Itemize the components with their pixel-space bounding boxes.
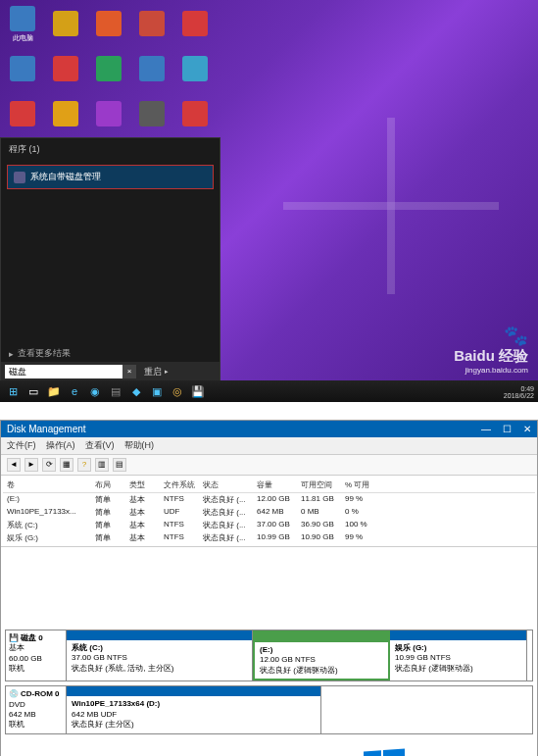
volume-list: 卷布局类型文件系统状态容量可用空间% 可用 (E:)简单基本NTFS状态良好 (… [1, 476, 537, 547]
partition[interactable]: 系统 (C:)37.00 GB NTFS状态良好 (系统, 活动, 主分区) [67, 630, 253, 680]
refresh-button[interactable]: ⟳ [42, 458, 56, 472]
menu-item[interactable]: 帮助(H) [124, 440, 155, 450]
desktop-icon[interactable] [48, 50, 83, 89]
app-icon-2[interactable]: ◆ [127, 383, 145, 399]
desktop-icon[interactable] [91, 5, 126, 44]
desktop-icon[interactable] [134, 5, 170, 44]
cdrom-type: DVD [9, 700, 63, 710]
column-header[interactable]: 卷 [7, 479, 95, 490]
cd-icon: 💿 [9, 689, 19, 699]
tray-time: 0:49 [504, 385, 534, 392]
panel-header: 程序 (1) [1, 138, 220, 161]
view-button[interactable]: ▥ [95, 458, 109, 472]
menu-item[interactable]: 操作(A) [46, 440, 75, 450]
search-result-item[interactable]: 系统自带磁盘管理 [7, 165, 214, 189]
folder-icon[interactable]: 📁 [45, 383, 63, 399]
desktop-icon[interactable] [5, 95, 40, 134]
disk-management-window: Disk Management — ☐ ✕ 文件(F)操作(A)查看(V)帮助(… [0, 420, 538, 756]
shutdown-label: 重启 [144, 366, 162, 378]
wallpaper-graphic [283, 118, 499, 294]
desktop-icon[interactable] [177, 5, 213, 44]
back-button[interactable]: ◄ [7, 458, 21, 472]
app-icon[interactable]: ▤ [107, 383, 124, 399]
column-header[interactable]: 类型 [129, 479, 164, 490]
column-header[interactable]: 可用空间 [301, 479, 345, 490]
toolbar: ◄ ► ⟳ ▦ ? ▥ ▤ [1, 455, 537, 476]
column-header[interactable]: % 可用 [345, 479, 379, 490]
table-row[interactable]: 系统 (C:)简单基本NTFS状态良好 (...37.00 GB36.90 GB… [3, 519, 535, 531]
part-size: 642 MB UDF [72, 710, 117, 719]
minimize-icon[interactable]: — [481, 424, 491, 434]
cdrom-name: CD-ROM 0 [21, 689, 60, 699]
taskbar: ⊞ ▭ 📁 e ◉ ▤ ◆ ▣ ◎ 💾 [0, 380, 538, 402]
search-arrow-icon: ▸ [9, 349, 14, 359]
partition[interactable]: Win10PE_17133x64 (D:) 642 MB UDF 状态良好 (主… [67, 686, 321, 733]
app-icon-4[interactable]: ◎ [169, 383, 186, 399]
partition[interactable]: (E:)12.00 GB NTFS状态良好 (逻辑驱动器) [253, 630, 390, 680]
desktop-icon[interactable] [5, 50, 40, 89]
disk-icon: 💾 [9, 633, 19, 643]
help-button[interactable]: ? [77, 458, 91, 472]
part-status: 状态良好 (主分区) [72, 720, 134, 729]
clear-icon[interactable]: × [122, 365, 136, 378]
view2-button[interactable]: ▤ [113, 458, 126, 472]
search-input[interactable] [5, 365, 122, 378]
disk-status: 联机 [9, 664, 63, 674]
window-title: Disk Management [7, 424, 86, 434]
desktop-icon[interactable] [91, 50, 126, 89]
shutdown-button[interactable]: 重启 ▸ [144, 366, 169, 378]
desktop-icon[interactable] [48, 5, 83, 44]
props-button[interactable]: ▦ [60, 458, 73, 472]
more-results-label: 查看更多结果 [18, 347, 71, 360]
partition[interactable]: 娱乐 (G:)10.99 GB NTFS状态良好 (逻辑驱动器) [390, 630, 527, 680]
close-icon[interactable]: ✕ [523, 424, 531, 434]
table-row[interactable]: Win10PE_17133x...简单基本UDF状态良好 (...642 MB0… [3, 506, 535, 519]
disk-icon [14, 172, 25, 183]
cdrom-label[interactable]: 💿CD-ROM 0 DVD 642 MB 联机 [6, 686, 67, 733]
taskview-icon[interactable]: ▭ [24, 383, 42, 399]
paw-icon: 🐾 [504, 325, 528, 346]
column-header[interactable]: 状态 [203, 479, 257, 490]
desktop-icon[interactable] [134, 50, 170, 89]
logo-area: Win10之家 [1, 742, 537, 756]
desktop-icon[interactable]: 此电脑 [5, 5, 40, 44]
tray-date: 2018/6/22 [504, 392, 534, 399]
menu-item[interactable]: 文件(F) [7, 440, 36, 450]
titlebar: Disk Management — ☐ ✕ [1, 421, 537, 437]
desktop-icon[interactable] [91, 95, 126, 134]
column-header[interactable]: 文件系统 [164, 479, 203, 490]
search-bar: × 重启 ▸ [1, 362, 220, 381]
system-tray: 0:49 2018/6/22 [504, 385, 534, 399]
table-row[interactable]: 娱乐 (G:)简单基本NTFS状态良好 (...10.99 GB10.90 GB… [3, 531, 535, 544]
desktop-icons-grid: 此电脑 [5, 5, 215, 134]
menu-item[interactable]: 查看(V) [85, 440, 115, 450]
desktop-icon[interactable] [134, 95, 170, 134]
table-row[interactable]: (E:)简单基本NTFS状态良好 (...12.00 GB11.81 GB99 … [3, 493, 535, 506]
disk-0-label[interactable]: 💾磁盘 0 基本 60.00 GB 联机 [6, 630, 67, 680]
column-header[interactable]: 容量 [257, 479, 301, 490]
ie-icon[interactable]: e [66, 383, 83, 399]
spacer [1, 547, 537, 626]
list-header: 卷布局类型文件系统状态容量可用空间% 可用 [3, 478, 535, 493]
part-name: Win10PE_17133x64 (D:) [72, 699, 160, 708]
windows-logo-icon [364, 748, 405, 756]
baidu-watermark: 🐾 Baidu 经验 jingyan.baidu.com [454, 324, 528, 375]
cdrom-row: 💿CD-ROM 0 DVD 642 MB 联机 Win10PE_17133x64… [5, 685, 533, 734]
disk-mgmt-icon[interactable]: 💾 [189, 383, 207, 399]
menu-bar: 文件(F)操作(A)查看(V)帮助(H) [1, 437, 537, 455]
desktop-icon[interactable] [177, 95, 213, 134]
column-header[interactable]: 布局 [95, 479, 129, 490]
disk-name: 磁盘 0 [21, 633, 43, 643]
desktop-icon[interactable] [48, 95, 83, 134]
watermark-url: jingyan.baidu.com [454, 366, 528, 375]
app-icon-3[interactable]: ▣ [148, 383, 166, 399]
watermark-brand: Baidu 经验 [454, 347, 528, 364]
desktop-icon[interactable] [177, 50, 213, 89]
maximize-icon[interactable]: ☐ [503, 424, 512, 434]
cdrom-size: 642 MB [9, 710, 63, 720]
search-result-label: 系统自带磁盘管理 [30, 171, 101, 183]
more-results-link[interactable]: ▸ 查看更多结果 [9, 347, 71, 360]
edge-icon[interactable]: ◉ [86, 383, 104, 399]
start-button[interactable]: ⊞ [4, 383, 22, 399]
fwd-button[interactable]: ► [24, 458, 38, 472]
